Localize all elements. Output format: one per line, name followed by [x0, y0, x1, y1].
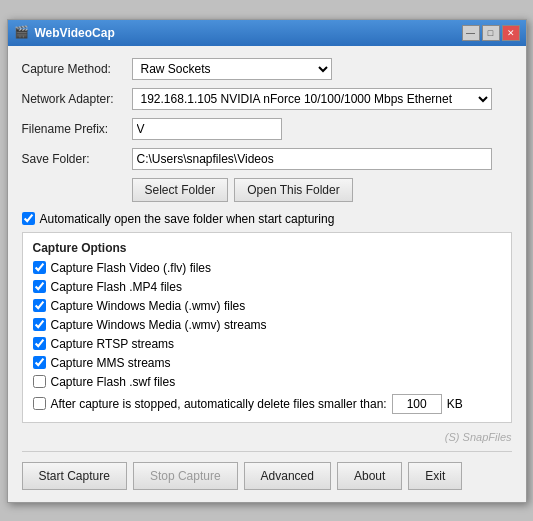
capture-rtsp-label: Capture RTSP streams [51, 337, 175, 351]
capture-wmv-files-label: Capture Windows Media (.wmv) files [51, 299, 246, 313]
capture-swf-checkbox[interactable] [33, 375, 46, 388]
about-button[interactable]: About [337, 462, 402, 490]
save-folder-label: Save Folder: [22, 152, 132, 166]
app-title: WebVideoCap [35, 26, 115, 40]
exit-button[interactable]: Exit [408, 462, 462, 490]
capture-mms-row: Capture MMS streams [33, 356, 501, 370]
capture-method-control: Raw Sockets [132, 58, 512, 80]
delete-checkbox[interactable] [33, 397, 46, 410]
save-folder-input[interactable] [132, 148, 492, 170]
capture-rtsp-row: Capture RTSP streams [33, 337, 501, 351]
capture-flv-checkbox[interactable] [33, 261, 46, 274]
title-buttons: — □ ✕ [462, 25, 520, 41]
capture-mms-checkbox[interactable] [33, 356, 46, 369]
capture-swf-row: Capture Flash .swf files [33, 375, 501, 389]
filename-prefix-label: Filename Prefix: [22, 122, 132, 136]
capture-wmv-streams-checkbox[interactable] [33, 318, 46, 331]
folder-buttons-row: Select Folder Open This Folder [132, 178, 512, 202]
stop-capture-button[interactable]: Stop Capture [133, 462, 238, 490]
capture-flv-label: Capture Flash Video (.flv) files [51, 261, 212, 275]
maximize-button[interactable]: □ [482, 25, 500, 41]
minimize-button[interactable]: — [462, 25, 480, 41]
capture-wmv-files-checkbox[interactable] [33, 299, 46, 312]
capture-options-title: Capture Options [33, 241, 501, 255]
network-adapter-label: Network Adapter: [22, 92, 132, 106]
capture-mp4-label: Capture Flash .MP4 files [51, 280, 182, 294]
delete-size-input[interactable] [392, 394, 442, 414]
select-folder-button[interactable]: Select Folder [132, 178, 229, 202]
capture-flv-row: Capture Flash Video (.flv) files [33, 261, 501, 275]
save-folder-control [132, 148, 512, 170]
network-adapter-control: 192.168.1.105 NVIDIA nForce 10/100/1000 … [132, 88, 512, 110]
delete-label: After capture is stopped, automatically … [51, 397, 387, 411]
capture-wmv-streams-row: Capture Windows Media (.wmv) streams [33, 318, 501, 332]
capture-mp4-row: Capture Flash .MP4 files [33, 280, 501, 294]
advanced-button[interactable]: Advanced [244, 462, 331, 490]
capture-mp4-checkbox[interactable] [33, 280, 46, 293]
start-capture-button[interactable]: Start Capture [22, 462, 127, 490]
bottom-buttons-row: Start Capture Stop Capture Advanced Abou… [22, 451, 512, 490]
auto-open-checkbox[interactable] [22, 212, 35, 225]
auto-open-row: Automatically open the save folder when … [22, 212, 512, 226]
capture-swf-label: Capture Flash .swf files [51, 375, 176, 389]
capture-method-select[interactable]: Raw Sockets [132, 58, 332, 80]
capture-method-label: Capture Method: [22, 62, 132, 76]
watermark: (S) SnapFiles [22, 431, 512, 443]
auto-open-label: Automatically open the save folder when … [40, 212, 335, 226]
capture-rtsp-checkbox[interactable] [33, 337, 46, 350]
close-button[interactable]: ✕ [502, 25, 520, 41]
open-this-folder-button[interactable]: Open This Folder [234, 178, 353, 202]
network-adapter-row: Network Adapter: 192.168.1.105 NVIDIA nF… [22, 88, 512, 110]
title-bar: 🎬 WebVideoCap — □ ✕ [8, 20, 526, 46]
app-icon: 🎬 [14, 25, 30, 41]
capture-mms-label: Capture MMS streams [51, 356, 171, 370]
save-folder-row: Save Folder: [22, 148, 512, 170]
network-adapter-select[interactable]: 192.168.1.105 NVIDIA nForce 10/100/1000 … [132, 88, 492, 110]
filename-prefix-row: Filename Prefix: [22, 118, 512, 140]
delete-unit: KB [447, 397, 463, 411]
main-window: 🎬 WebVideoCap — □ ✕ Capture Method: Raw … [7, 19, 527, 503]
delete-row: After capture is stopped, automatically … [33, 394, 501, 414]
capture-wmv-files-row: Capture Windows Media (.wmv) files [33, 299, 501, 313]
filename-prefix-input[interactable] [132, 118, 282, 140]
capture-options-box: Capture Options Capture Flash Video (.fl… [22, 232, 512, 423]
content-area: Capture Method: Raw Sockets Network Adap… [8, 46, 526, 502]
filename-prefix-control [132, 118, 512, 140]
capture-method-row: Capture Method: Raw Sockets [22, 58, 512, 80]
capture-wmv-streams-label: Capture Windows Media (.wmv) streams [51, 318, 267, 332]
